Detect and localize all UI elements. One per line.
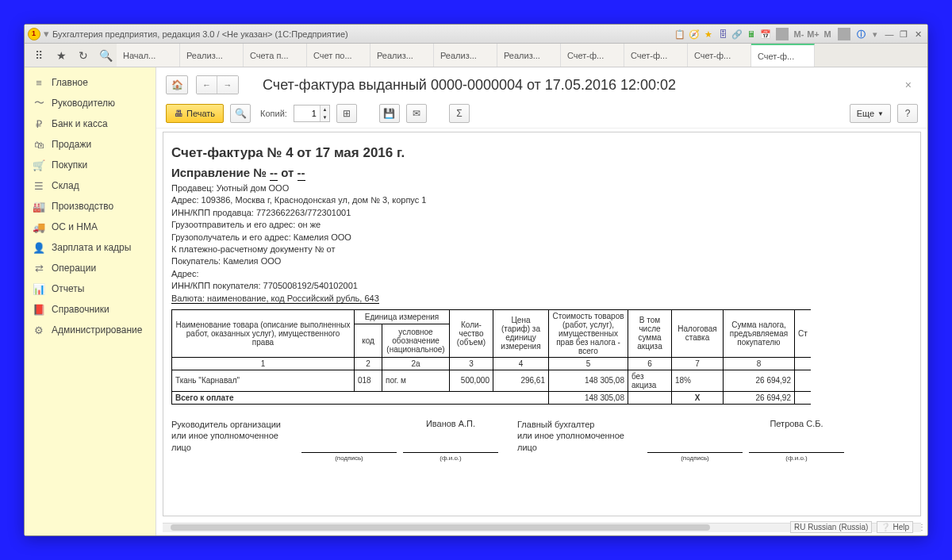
- resize-grip-icon[interactable]: ⋮: [918, 523, 926, 531]
- favorite-icon[interactable]: ★: [702, 28, 715, 40]
- home-button[interactable]: 🏠: [166, 75, 188, 94]
- calendar-icon[interactable]: 📅: [759, 28, 772, 40]
- sidebar-item-salary[interactable]: 👤Зарплата и кадры: [25, 237, 155, 258]
- tab-3[interactable]: Счет по...: [307, 44, 370, 67]
- info-icon[interactable]: ⓘ: [854, 28, 867, 40]
- printer-icon: 🖶: [175, 109, 183, 118]
- sidebar: ≡Главное 〜Руководителю ₽Банк и касса 🛍Пр…: [25, 67, 156, 535]
- buyer-line: Покупатель: Камелия ООО: [171, 255, 921, 267]
- copies-stepper[interactable]: ▲▼: [294, 105, 330, 122]
- truck-icon: 🚚: [33, 221, 45, 233]
- tab-6[interactable]: Реализ...: [497, 44, 561, 67]
- document-area[interactable]: Счет-фактура № 4 от 17 мая 2016 г. Испра…: [163, 132, 921, 516]
- sidebar-item-operations[interactable]: ⇄Операции: [25, 258, 155, 278]
- tab-5[interactable]: Реализ...: [434, 44, 497, 67]
- consignee-line: Грузополучатель и его адрес: Камелия ООО: [171, 232, 921, 244]
- th-excise: В том числе сумма акциза: [628, 309, 672, 357]
- more-button[interactable]: Еще▼: [850, 104, 891, 123]
- minimize-icon[interactable]: —: [883, 28, 896, 40]
- history-icon[interactable]: ↻: [72, 44, 94, 67]
- toolbar-icon[interactable]: 🧭: [688, 28, 701, 40]
- m-plus-icon[interactable]: M+: [807, 28, 820, 40]
- info-dropdown-icon[interactable]: ▾: [869, 28, 881, 40]
- th-ucode: код: [355, 324, 382, 357]
- report-icon: 📊: [33, 283, 45, 295]
- factory-icon: 🏭: [33, 201, 45, 213]
- step-up-icon[interactable]: ▲: [321, 105, 329, 113]
- paydoc-line: К платежно-расчетному документу № от: [171, 244, 921, 255]
- back-button[interactable]: ←: [197, 76, 217, 94]
- nav-back-forward: ← →: [196, 75, 239, 94]
- window-menu-dropdown[interactable]: ▾: [44, 28, 49, 40]
- table-button[interactable]: ⊞: [336, 104, 357, 123]
- sidebar-item-reports[interactable]: 📊Отчеты: [25, 278, 155, 299]
- menu-icon: ≡: [33, 77, 45, 89]
- email-button[interactable]: ✉: [406, 104, 427, 123]
- preview-button[interactable]: 🔍: [230, 104, 251, 123]
- th-price: Цена (тариф) за единицу измерения: [493, 309, 549, 357]
- sidebar-item-purchases[interactable]: 🛒Покупки: [25, 155, 155, 175]
- sidebar-item-admin[interactable]: ⚙Администрирование: [25, 320, 155, 340]
- address-line: Адрес: 109386, Москва г, Краснодонская у…: [171, 194, 921, 206]
- help-indicator[interactable]: ❔Help: [877, 521, 913, 533]
- toolbar-icon[interactable]: 📋: [674, 28, 686, 40]
- save-button[interactable]: 💾: [379, 104, 400, 123]
- tab-7[interactable]: Счет-ф...: [561, 44, 624, 67]
- close-icon[interactable]: ✕: [912, 28, 924, 40]
- sum-button[interactable]: Σ: [449, 104, 470, 123]
- copies-input[interactable]: [294, 105, 320, 121]
- shipper-line: Грузоотправитель и его адрес: он же: [171, 219, 921, 231]
- ops-icon: ⇄: [33, 263, 45, 274]
- head-label: Руководитель организации или иное уполно…: [171, 419, 298, 453]
- tab-9[interactable]: Счет-ф...: [688, 44, 751, 67]
- th-cost: Стоимость товаров (работ, услуг), имущес…: [549, 309, 628, 357]
- sidebar-item-assets[interactable]: 🚚ОС и НМА: [25, 217, 155, 237]
- doc-subtitle: Исправление № -- от --: [171, 166, 921, 179]
- book-icon: 📕: [33, 304, 45, 316]
- th-udesc: условное обозначение (национальное): [382, 324, 450, 357]
- sidebar-item-manager[interactable]: 〜Руководителю: [25, 93, 155, 113]
- tab-8[interactable]: Счет-ф...: [624, 44, 688, 67]
- db-icon[interactable]: 🗄: [716, 28, 729, 40]
- print-button[interactable]: 🖶 Печать: [166, 104, 224, 123]
- total-row: Всего к оплате 148 305,08 X 26 694,92: [172, 391, 811, 404]
- sidebar-item-sales[interactable]: 🛍Продажи: [25, 134, 155, 155]
- step-down-icon[interactable]: ▼: [321, 113, 329, 121]
- copies-label: Копий:: [260, 109, 287, 118]
- sidebar-item-warehouse[interactable]: ☰Склад: [25, 175, 155, 196]
- bag-icon: 🛍: [33, 139, 45, 151]
- sidebar-item-main[interactable]: ≡Главное: [25, 72, 155, 93]
- help-button[interactable]: ?: [897, 104, 918, 123]
- tab-4[interactable]: Реализ...: [370, 44, 434, 67]
- maximize-icon[interactable]: ❐: [897, 28, 910, 40]
- tab-1[interactable]: Реализ...: [180, 44, 244, 67]
- m-minus-icon[interactable]: M-: [793, 28, 805, 40]
- sidebar-item-production[interactable]: 🏭Производство: [25, 196, 155, 217]
- head-name: Иванов А.П.(ф.и.о.): [403, 419, 498, 453]
- gear-icon: ⚙: [33, 324, 45, 336]
- doc-title: Счет-фактура № 4 от 17 мая 2016 г.: [171, 145, 921, 161]
- apps-icon[interactable]: ⠿: [28, 44, 50, 67]
- signatures: Руководитель организации или иное уполно…: [171, 419, 921, 453]
- close-tab-icon[interactable]: ×: [899, 75, 918, 94]
- tab-0[interactable]: Начал...: [117, 44, 180, 67]
- star-icon[interactable]: ★: [50, 44, 72, 67]
- m-icon[interactable]: M: [821, 28, 834, 40]
- invoice-table: Наименование товара (описание выполненны…: [171, 309, 811, 405]
- title-bar: ▾ Бухгалтерия предприятия, редакция 3.0 …: [25, 25, 927, 44]
- link-icon[interactable]: 🔗: [731, 28, 743, 40]
- sidebar-item-bank[interactable]: ₽Банк и касса: [25, 113, 155, 134]
- th-rate: Налоговая ставка: [672, 309, 724, 357]
- forward-button[interactable]: →: [217, 76, 238, 94]
- status-bar: RU Russian (Russia) ❔Help ⋮: [790, 520, 926, 534]
- calculator-icon[interactable]: 🖩: [745, 28, 758, 40]
- cart-icon: 🛒: [33, 159, 45, 171]
- head-sign-line: (подпись): [301, 419, 397, 453]
- tab-10[interactable]: Счет-ф...: [751, 44, 815, 67]
- search-icon[interactable]: 🔍: [94, 44, 117, 67]
- inn-buyer-line: ИНН/КПП покупателя: 7705008192/540102001: [171, 280, 921, 292]
- chevron-down-icon: ▼: [877, 110, 884, 117]
- sidebar-item-reference[interactable]: 📕Справочники: [25, 299, 155, 320]
- tab-2[interactable]: Счета п...: [244, 44, 307, 67]
- language-indicator[interactable]: RU Russian (Russia): [790, 521, 872, 533]
